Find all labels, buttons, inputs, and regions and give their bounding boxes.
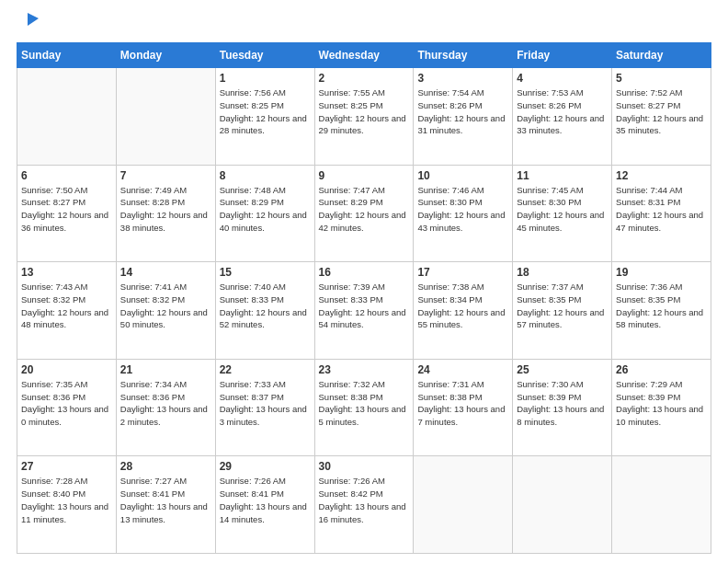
logo-icon bbox=[20, 9, 40, 33]
day-info: Sunrise: 7:50 AM Sunset: 8:27 PM Dayligh… bbox=[21, 184, 112, 235]
calendar-day-25: 25Sunrise: 7:30 AM Sunset: 8:39 PM Dayli… bbox=[513, 359, 612, 456]
day-info: Sunrise: 7:53 AM Sunset: 8:26 PM Dayligh… bbox=[517, 86, 608, 137]
day-info: Sunrise: 7:26 AM Sunset: 8:42 PM Dayligh… bbox=[319, 475, 410, 525]
calendar-day-12: 12Sunrise: 7:44 AM Sunset: 8:31 PM Dayli… bbox=[612, 165, 711, 262]
day-info: Sunrise: 7:56 AM Sunset: 8:25 PM Dayligh… bbox=[220, 86, 311, 137]
calendar-day-22: 22Sunrise: 7:33 AM Sunset: 8:37 PM Dayli… bbox=[215, 359, 314, 456]
day-number: 5 bbox=[616, 72, 707, 85]
calendar-day-empty bbox=[414, 456, 513, 554]
calendar-day-4: 4Sunrise: 7:53 AM Sunset: 8:26 PM Daylig… bbox=[513, 68, 612, 166]
calendar-header-row: SundayMondayTuesdayWednesdayThursdayFrid… bbox=[17, 43, 711, 68]
calendar-week-0: 1Sunrise: 7:56 AM Sunset: 8:25 PM Daylig… bbox=[17, 68, 711, 166]
day-number: 1 bbox=[220, 72, 311, 85]
day-number: 16 bbox=[319, 266, 410, 279]
day-info: Sunrise: 7:44 AM Sunset: 8:31 PM Dayligh… bbox=[616, 184, 707, 235]
day-info: Sunrise: 7:34 AM Sunset: 8:36 PM Dayligh… bbox=[120, 378, 211, 429]
calendar-day-16: 16Sunrise: 7:39 AM Sunset: 8:33 PM Dayli… bbox=[314, 262, 414, 360]
calendar-table: SundayMondayTuesdayWednesdayThursdayFrid… bbox=[17, 42, 711, 554]
calendar-day-19: 19Sunrise: 7:36 AM Sunset: 8:35 PM Dayli… bbox=[612, 262, 711, 360]
day-info: Sunrise: 7:29 AM Sunset: 8:39 PM Dayligh… bbox=[616, 378, 707, 429]
calendar-day-23: 23Sunrise: 7:32 AM Sunset: 8:38 PM Dayli… bbox=[314, 359, 414, 456]
day-info: Sunrise: 7:27 AM Sunset: 8:41 PM Dayligh… bbox=[120, 475, 211, 525]
calendar-day-empty bbox=[116, 68, 215, 166]
day-number: 13 bbox=[21, 266, 112, 279]
calendar-day-26: 26Sunrise: 7:29 AM Sunset: 8:39 PM Dayli… bbox=[612, 359, 711, 456]
calendar-week-2: 13Sunrise: 7:43 AM Sunset: 8:32 PM Dayli… bbox=[17, 262, 711, 360]
day-number: 17 bbox=[417, 266, 508, 279]
day-info: Sunrise: 7:40 AM Sunset: 8:33 PM Dayligh… bbox=[220, 281, 311, 331]
day-header-sunday: Sunday bbox=[17, 43, 117, 68]
calendar-day-14: 14Sunrise: 7:41 AM Sunset: 8:32 PM Dayli… bbox=[116, 262, 215, 360]
calendar-day-empty bbox=[17, 68, 117, 166]
day-info: Sunrise: 7:38 AM Sunset: 8:34 PM Dayligh… bbox=[417, 281, 508, 331]
logo bbox=[17, 17, 40, 33]
day-info: Sunrise: 7:33 AM Sunset: 8:37 PM Dayligh… bbox=[220, 378, 311, 429]
day-number: 22 bbox=[220, 363, 311, 376]
calendar-day-empty bbox=[612, 456, 711, 554]
day-info: Sunrise: 7:45 AM Sunset: 8:30 PM Dayligh… bbox=[517, 184, 608, 235]
day-number: 9 bbox=[319, 169, 410, 182]
calendar-day-13: 13Sunrise: 7:43 AM Sunset: 8:32 PM Dayli… bbox=[17, 262, 117, 360]
day-header-wednesday: Wednesday bbox=[314, 43, 414, 68]
day-info: Sunrise: 7:35 AM Sunset: 8:36 PM Dayligh… bbox=[21, 378, 112, 429]
calendar-day-15: 15Sunrise: 7:40 AM Sunset: 8:33 PM Dayli… bbox=[215, 262, 314, 360]
calendar-week-3: 20Sunrise: 7:35 AM Sunset: 8:36 PM Dayli… bbox=[17, 359, 711, 456]
day-number: 26 bbox=[616, 363, 707, 376]
calendar-day-29: 29Sunrise: 7:26 AM Sunset: 8:41 PM Dayli… bbox=[215, 456, 314, 554]
day-info: Sunrise: 7:36 AM Sunset: 8:35 PM Dayligh… bbox=[616, 281, 707, 331]
day-info: Sunrise: 7:31 AM Sunset: 8:38 PM Dayligh… bbox=[417, 378, 508, 429]
day-number: 15 bbox=[220, 266, 311, 279]
calendar-day-11: 11Sunrise: 7:45 AM Sunset: 8:30 PM Dayli… bbox=[513, 165, 612, 262]
day-number: 20 bbox=[21, 363, 112, 376]
calendar-day-20: 20Sunrise: 7:35 AM Sunset: 8:36 PM Dayli… bbox=[17, 359, 117, 456]
day-header-saturday: Saturday bbox=[612, 43, 711, 68]
day-info: Sunrise: 7:54 AM Sunset: 8:26 PM Dayligh… bbox=[417, 86, 508, 137]
day-info: Sunrise: 7:41 AM Sunset: 8:32 PM Dayligh… bbox=[120, 281, 211, 331]
calendar-day-24: 24Sunrise: 7:31 AM Sunset: 8:38 PM Dayli… bbox=[414, 359, 513, 456]
day-info: Sunrise: 7:26 AM Sunset: 8:41 PM Dayligh… bbox=[220, 475, 311, 525]
day-number: 27 bbox=[21, 460, 112, 473]
calendar-day-2: 2Sunrise: 7:55 AM Sunset: 8:25 PM Daylig… bbox=[314, 68, 414, 166]
day-info: Sunrise: 7:55 AM Sunset: 8:25 PM Dayligh… bbox=[319, 86, 410, 137]
day-header-monday: Monday bbox=[116, 43, 215, 68]
calendar-day-28: 28Sunrise: 7:27 AM Sunset: 8:41 PM Dayli… bbox=[116, 456, 215, 554]
calendar-day-empty bbox=[513, 456, 612, 554]
day-info: Sunrise: 7:37 AM Sunset: 8:35 PM Dayligh… bbox=[517, 281, 608, 331]
day-number: 18 bbox=[517, 266, 608, 279]
day-number: 2 bbox=[319, 72, 410, 85]
day-info: Sunrise: 7:28 AM Sunset: 8:40 PM Dayligh… bbox=[21, 475, 112, 525]
day-info: Sunrise: 7:32 AM Sunset: 8:38 PM Dayligh… bbox=[319, 378, 410, 429]
calendar-day-30: 30Sunrise: 7:26 AM Sunset: 8:42 PM Dayli… bbox=[314, 456, 414, 554]
calendar-day-7: 7Sunrise: 7:49 AM Sunset: 8:28 PM Daylig… bbox=[116, 165, 215, 262]
day-info: Sunrise: 7:47 AM Sunset: 8:29 PM Dayligh… bbox=[319, 184, 410, 235]
day-info: Sunrise: 7:49 AM Sunset: 8:28 PM Dayligh… bbox=[120, 184, 211, 235]
day-number: 6 bbox=[21, 169, 112, 182]
day-number: 3 bbox=[417, 72, 508, 85]
calendar-day-6: 6Sunrise: 7:50 AM Sunset: 8:27 PM Daylig… bbox=[17, 165, 117, 262]
day-number: 14 bbox=[120, 266, 211, 279]
day-number: 4 bbox=[517, 72, 608, 85]
day-number: 24 bbox=[417, 363, 508, 376]
day-number: 28 bbox=[120, 460, 211, 473]
calendar-day-18: 18Sunrise: 7:37 AM Sunset: 8:35 PM Dayli… bbox=[513, 262, 612, 360]
day-header-thursday: Thursday bbox=[414, 43, 513, 68]
day-number: 10 bbox=[417, 169, 508, 182]
day-number: 11 bbox=[517, 169, 608, 182]
day-number: 7 bbox=[120, 169, 211, 182]
day-number: 8 bbox=[220, 169, 311, 182]
calendar-week-1: 6Sunrise: 7:50 AM Sunset: 8:27 PM Daylig… bbox=[17, 165, 711, 262]
calendar-day-21: 21Sunrise: 7:34 AM Sunset: 8:36 PM Dayli… bbox=[116, 359, 215, 456]
calendar-day-10: 10Sunrise: 7:46 AM Sunset: 8:30 PM Dayli… bbox=[414, 165, 513, 262]
day-info: Sunrise: 7:52 AM Sunset: 8:27 PM Dayligh… bbox=[616, 86, 707, 137]
day-info: Sunrise: 7:39 AM Sunset: 8:33 PM Dayligh… bbox=[319, 281, 410, 331]
day-number: 30 bbox=[319, 460, 410, 473]
calendar-day-5: 5Sunrise: 7:52 AM Sunset: 8:27 PM Daylig… bbox=[612, 68, 711, 166]
calendar-week-4: 27Sunrise: 7:28 AM Sunset: 8:40 PM Dayli… bbox=[17, 456, 711, 554]
logo-block bbox=[17, 17, 40, 33]
calendar-day-9: 9Sunrise: 7:47 AM Sunset: 8:29 PM Daylig… bbox=[314, 165, 414, 262]
header bbox=[17, 17, 711, 33]
day-info: Sunrise: 7:48 AM Sunset: 8:29 PM Dayligh… bbox=[220, 184, 311, 235]
svg-marker-0 bbox=[28, 13, 39, 26]
day-number: 25 bbox=[517, 363, 608, 376]
day-number: 12 bbox=[616, 169, 707, 182]
